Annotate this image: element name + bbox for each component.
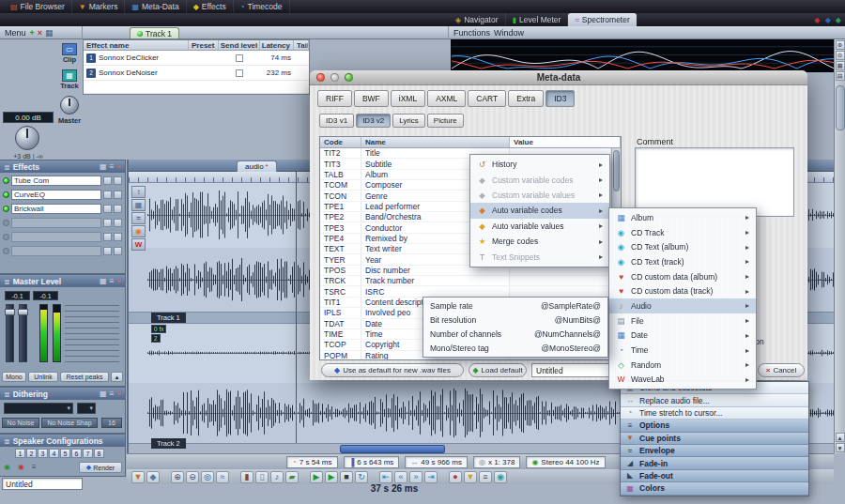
bit-depth-button[interactable]: 16 <box>101 418 122 428</box>
speaker-icon[interactable]: ◉ <box>4 463 10 471</box>
tag-value-cell[interactable] <box>510 276 611 285</box>
slot-plugin-name[interactable]: Tube Com <box>11 176 101 186</box>
reset-peaks-button[interactable]: Reset peaks <box>60 372 109 382</box>
transport-icon[interactable] <box>231 471 238 483</box>
track-tab[interactable]: Track 1 <box>130 27 179 38</box>
slot-led[interactable] <box>3 206 9 212</box>
codes-menu-item[interactable]: ♥ CD custom data (track) <box>609 283 756 298</box>
clip-menu-item[interactable]: ◣ Fade-out <box>621 470 808 482</box>
clip-menu-item[interactable]: ▦ Colors <box>621 482 808 495</box>
audition-icon[interactable]: ♪ <box>270 471 284 483</box>
load-default-button[interactable]: ◆ Load default <box>469 363 527 377</box>
audio-menu-item[interactable]: Bit resolution @NumBits@ <box>423 313 607 328</box>
settings-icon[interactable]: ≡ <box>479 471 492 483</box>
file-browser[interactable]: ▤ File Browser <box>4 0 72 13</box>
gain-knob[interactable] <box>15 126 39 150</box>
slot-button[interactable] <box>114 219 122 227</box>
feed-icon[interactable]: ◉ <box>131 225 146 237</box>
slot-button[interactable] <box>103 176 112 185</box>
codes-menu-item[interactable]: ◉ CD Text (album) <box>609 239 756 254</box>
noise-shaping-button[interactable]: No Noise Shap <box>41 418 98 428</box>
edit-tool-icon[interactable]: ▮ <box>240 471 254 483</box>
slot-button[interactable] <box>103 191 112 199</box>
wavelab-icon[interactable]: W <box>131 238 146 251</box>
send-level-checkbox[interactable] <box>236 69 243 77</box>
slot-led[interactable] <box>3 177 9 184</box>
slot-plugin-name[interactable] <box>11 218 101 228</box>
level-meter[interactable]: ▮ Level Meter <box>506 13 569 26</box>
close-icon[interactable]: × <box>116 277 121 285</box>
meta-data[interactable]: ▦ Meta-Data <box>125 0 186 13</box>
menu-button[interactable]: Menu <box>5 28 26 38</box>
scroll-up-icon[interactable] <box>836 433 845 442</box>
transport-icon[interactable] <box>439 471 447 483</box>
loop-icon[interactable]: ↻ <box>355 471 368 483</box>
context-menu-item[interactable]: ★ Merge codes <box>470 234 609 249</box>
metadata-tab[interactable]: BWF <box>354 90 389 107</box>
mute-icon[interactable]: ◉ <box>18 463 24 471</box>
metadata-tab[interactable]: RIFF <box>317 90 352 107</box>
effect-slot[interactable] <box>3 217 122 229</box>
config-icon[interactable]: ≡ <box>32 463 37 471</box>
codes-menu-item[interactable]: ♪ Audio <box>609 298 756 313</box>
preset-name-field[interactable]: Untitled <box>531 363 616 377</box>
list-icon[interactable]: ≡ <box>110 389 115 398</box>
speaker-config-button[interactable]: 5 <box>60 449 70 458</box>
erase-tool-icon[interactable]: ▯ <box>255 471 269 483</box>
playback-cursor[interactable] <box>296 172 297 443</box>
panel-icon-blue[interactable]: ◆ <box>825 16 831 24</box>
codes-menu-item[interactable]: ◉ CD Track <box>609 225 756 240</box>
functions-menu[interactable]: Functions <box>453 28 490 38</box>
master-panel-header[interactable]: Master Level ▦≡× <box>0 275 125 287</box>
dither-mode-dropdown[interactable] <box>77 403 96 414</box>
go-end-icon[interactable]: ⇥ <box>424 471 438 483</box>
effect-slot[interactable] <box>3 231 122 243</box>
selection-length[interactable]: ↔ 49 s 966 ms <box>405 456 468 468</box>
slot-button[interactable] <box>114 176 122 185</box>
effect-row[interactable]: 2 Sonnox DeNoiser 232 ms <box>84 66 309 81</box>
fx-number-badge[interactable]: 2 <box>151 334 161 343</box>
metadata-tab[interactable]: iXML <box>391 90 425 107</box>
grid-icon[interactable]: ▦ <box>131 199 146 211</box>
codes-menu-item[interactable]: ◇ Random <box>609 358 756 373</box>
level-tool-icon[interactable]: ▰ <box>285 471 299 483</box>
context-menu-item[interactable]: ◆ Auto variable codes <box>470 203 609 218</box>
noise-type-button[interactable]: No Noise <box>2 418 39 428</box>
effects-panel-header[interactable]: Effects ▦≡× <box>0 160 125 173</box>
mono-button[interactable]: Mono <box>2 372 26 382</box>
speaker-config-button[interactable]: 6 <box>71 449 82 458</box>
speaker-config-button[interactable]: 4 <box>49 449 59 458</box>
fx-count-badge[interactable]: 0 fx <box>151 325 166 333</box>
speaker-config-button[interactable]: 2 <box>26 449 37 458</box>
context-menu-item[interactable]: ◆ Auto variable values <box>470 219 609 234</box>
track1-label[interactable]: Track 1 <box>151 313 186 323</box>
forward-icon[interactable]: » <box>409 471 422 483</box>
context-menu-item[interactable]: T Text Snippets <box>470 249 609 264</box>
audio-menu-item[interactable]: Number of channels @NumChannels@ <box>423 328 607 342</box>
add-icon[interactable]: + <box>30 28 35 38</box>
clip-menu-item[interactable]: ↔ Replace audio file... <box>621 394 808 406</box>
zoom-in-icon[interactable]: ⊕ <box>171 471 184 483</box>
effect-slot[interactable]: CurveEQ <box>3 189 122 201</box>
clip-menu-item[interactable]: ≡ Options <box>621 420 808 432</box>
clip-icon[interactable]: ▭ <box>62 43 77 55</box>
stop-icon[interactable]: ■ <box>340 471 353 483</box>
metadata-tab[interactable]: CART <box>468 90 506 107</box>
unlink-button[interactable]: Unlink <box>28 372 58 382</box>
list-icon[interactable]: ≡ <box>110 162 115 171</box>
speaker-config-button[interactable]: 8 <box>94 449 104 458</box>
audio-menu-item[interactable]: Sample rate @SampleRate@ <box>423 299 607 313</box>
collapse-button[interactable] <box>111 372 123 382</box>
wave-zoom-icon[interactable]: ≈ <box>216 471 229 483</box>
scroll-down-icon[interactable] <box>836 443 845 452</box>
selection-start[interactable]: ▐ 6 s 643 ms <box>344 456 400 468</box>
speaker-config-button[interactable]: 3 <box>38 449 48 458</box>
effect-slot[interactable]: Tube Com <box>3 175 122 187</box>
scroll-icon[interactable]: ↕ <box>131 186 146 198</box>
codes-menu-item[interactable]: ▦ Album <box>609 210 756 225</box>
empty-effect-row[interactable] <box>84 81 309 94</box>
slot-button[interactable] <box>103 205 112 213</box>
record-icon[interactable]: ● <box>449 471 462 483</box>
grid-icon[interactable]: ▦ <box>836 61 845 70</box>
zoom-audio-icon[interactable]: ◎ <box>201 471 214 483</box>
